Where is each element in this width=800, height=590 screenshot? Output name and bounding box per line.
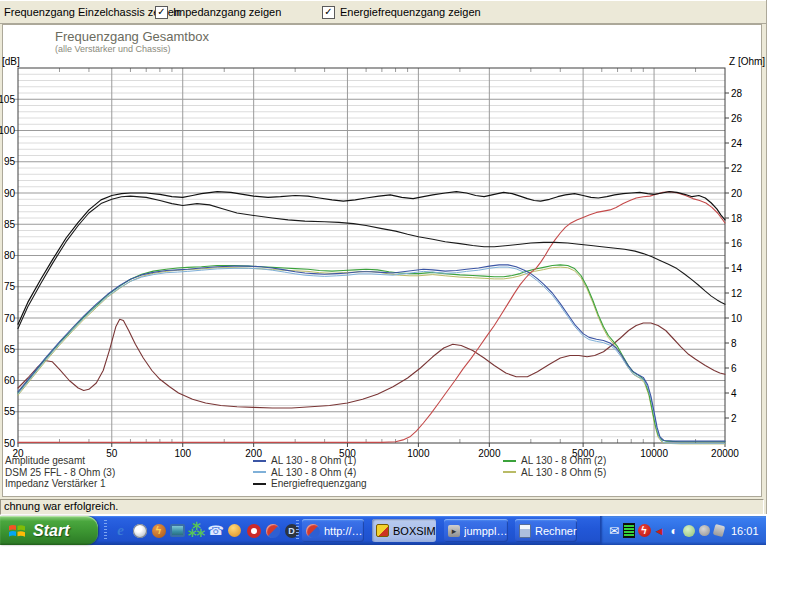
- toolbar-option-2[interactable]: ✓Impedanzgang zeigen: [155, 5, 281, 19]
- start-button-label: Start: [33, 522, 69, 540]
- legend-entry: AL 130 - 8 Ohm (5): [503, 467, 606, 479]
- legend-entry: AL 130 - 8 Ohm (1): [253, 455, 367, 467]
- icq-flower-icon: ⁂: [188, 520, 205, 541]
- quick-launch-browser-ball-icon[interactable]: [264, 522, 281, 539]
- chart-legend: Amplitude gesamtDSM 25 FFL - 8 Ohm (3)Im…: [0, 455, 766, 495]
- tray-icons: ✉ϟ◄◐: [606, 523, 726, 538]
- legend-label: AL 130 - 8 Ohm (5): [521, 467, 606, 478]
- checkbox-icon[interactable]: ✓: [155, 6, 168, 19]
- quick-launch-media-player-icon[interactable]: [131, 522, 148, 539]
- legend-label: AL 130 - 8 Ohm (1): [271, 455, 356, 466]
- taskbar-window-boxsim[interactable]: BOXSIM: [372, 519, 436, 542]
- y-right-axis-label: Z [Ohm]: [729, 56, 765, 67]
- y-left-tick-label: 95: [4, 156, 16, 167]
- legend-label: AL 130 - 8 Ohm (2): [521, 455, 606, 466]
- taskbar-window-jumpplayer[interactable]: ▸jumpplayer: [444, 519, 508, 542]
- y-right-tick-label: 18: [731, 213, 743, 224]
- y-right-tick-label: 26: [731, 113, 743, 124]
- toolbar-option-3[interactable]: ✓Energiefrequenzgang zeigen: [322, 5, 481, 19]
- ie-icon: e: [117, 522, 124, 539]
- y-right-tick-label: 12: [731, 288, 743, 299]
- halfmoon-tray-icon[interactable]: ◐: [667, 523, 681, 538]
- mail-tray-icon: ✉: [609, 524, 619, 538]
- quick-launch-winamp-icon[interactable]: ϟ: [150, 522, 167, 539]
- taskbar-window-http-w-[interactable]: http://w...: [302, 519, 364, 542]
- browser-ball-icon: [266, 524, 280, 538]
- legend-label: Energiefrequenzgang: [271, 478, 367, 489]
- legend-column: Amplitude gesamtDSM 25 FFL - 8 Ohm (3)Im…: [5, 455, 115, 490]
- legend-entry: Amplitude gesamt: [5, 455, 115, 467]
- legend-dash-icon: [253, 471, 266, 473]
- taskbar-clock: 16:01: [731, 525, 759, 537]
- jade-tray-icon[interactable]: [682, 523, 696, 538]
- toolbar-option-1[interactable]: Frequenzgang Einzelchassis zeigen: [4, 5, 180, 19]
- legend-dash-icon: [253, 460, 266, 462]
- y-right-tick-label: 4: [731, 388, 737, 399]
- quick-launch-phone-dialer-icon[interactable]: ☎: [207, 522, 224, 539]
- gear-tray-icon[interactable]: [697, 523, 711, 538]
- legend-column: AL 130 - 8 Ohm (1)AL 130 - 8 Ohm (4)Ener…: [253, 455, 367, 490]
- y-left-tick-label: 75: [4, 281, 16, 292]
- quick-launch-show-desktop-icon[interactable]: [169, 522, 186, 539]
- legend-label: DSM 25 FFL - 8 Ohm (3): [5, 467, 115, 478]
- task-area-separator: [296, 520, 299, 541]
- calculator-icon: [519, 524, 531, 538]
- quick-launch-messenger-icon[interactable]: [226, 522, 243, 539]
- messenger-icon: [228, 524, 241, 537]
- boxsim-icon: [376, 524, 389, 537]
- y-left-tick-label: 90: [4, 188, 16, 199]
- meter-tray-icon: [623, 523, 635, 538]
- y-right-tick-label: 24: [731, 138, 743, 149]
- y-left-tick-label: 65: [4, 344, 16, 355]
- y-left-axis-label: [dB]: [2, 56, 20, 67]
- taskbar-window-label: http://w...: [324, 525, 364, 537]
- show-desktop-icon: [170, 524, 185, 537]
- taskbar-window-label: Rechner: [535, 525, 577, 537]
- quick-launch-separator: [104, 520, 107, 541]
- halfmoon-tray-icon: ◐: [670, 524, 677, 538]
- quick-launch-icq-flower-icon[interactable]: ⁂: [188, 522, 205, 539]
- mail-tray-icon[interactable]: ✉: [607, 523, 621, 538]
- options-toolbar: Frequenzgang Einzelchassis zeigen✓Impeda…: [0, 0, 766, 24]
- y-right-tick-label: 20: [731, 188, 743, 199]
- y-right-tick-label: 10: [731, 313, 743, 324]
- quick-launch-red-app-icon[interactable]: [245, 522, 262, 539]
- power-tray-icon[interactable]: ϟ: [637, 523, 651, 538]
- y-left-tick-label: 55: [4, 406, 16, 417]
- y-right-tick-label: 22: [731, 163, 743, 174]
- system-tray: ✉ϟ◄◐ 16:01: [600, 516, 766, 545]
- y-right-tick-label: 16: [731, 238, 743, 249]
- usb-tray-icon[interactable]: [712, 523, 726, 538]
- curve-dsm: [18, 192, 725, 443]
- taskbar-window-rechner[interactable]: Rechner: [515, 519, 577, 542]
- legend-entry: AL 130 - 8 Ohm (4): [253, 467, 367, 479]
- taskbar-window-label: jumpplayer: [464, 525, 508, 537]
- y-right-tick-label: 2: [731, 413, 737, 424]
- y-left-tick-label: 60: [4, 375, 16, 386]
- media-player-icon: [133, 524, 147, 538]
- legend-dash-icon: [253, 483, 266, 485]
- status-bar: chnung war erfolgreich.: [0, 498, 766, 514]
- browser-ball-icon: [306, 524, 320, 538]
- quick-launch-ie-icon[interactable]: e: [112, 522, 129, 539]
- volume-tray-icon[interactable]: ◄: [652, 523, 666, 538]
- toolbar-option-label: Frequenzgang Einzelchassis zeigen: [4, 6, 180, 18]
- meter-tray-icon[interactable]: [622, 523, 636, 538]
- gear-tray-icon: [699, 525, 710, 536]
- volume-tray-icon: ◄: [654, 525, 665, 537]
- curve-energie: [18, 196, 725, 329]
- y-left-tick-label: 105: [0, 94, 15, 105]
- start-button[interactable]: Start: [0, 516, 98, 545]
- toolbar-option-label: Impedanzgang zeigen: [173, 6, 281, 18]
- checkbox-icon[interactable]: ✓: [322, 6, 335, 19]
- y-left-tick-label: 85: [4, 219, 16, 230]
- legend-entry: Impedanz Verstärker 1: [5, 478, 115, 490]
- y-left-tick-label: 70: [4, 313, 16, 324]
- y-right-tick-label: 28: [731, 88, 743, 99]
- curve-impedanz: [18, 319, 725, 408]
- y-left-tick-label: 100: [0, 125, 15, 136]
- usb-tray-icon: [713, 524, 726, 537]
- legend-entry: AL 130 - 8 Ohm (2): [503, 455, 606, 467]
- boxsim-window: Frequenzgang Einzelchassis zeigen✓Impeda…: [0, 0, 767, 514]
- legend-entry: Energiefrequenzgang: [253, 478, 367, 490]
